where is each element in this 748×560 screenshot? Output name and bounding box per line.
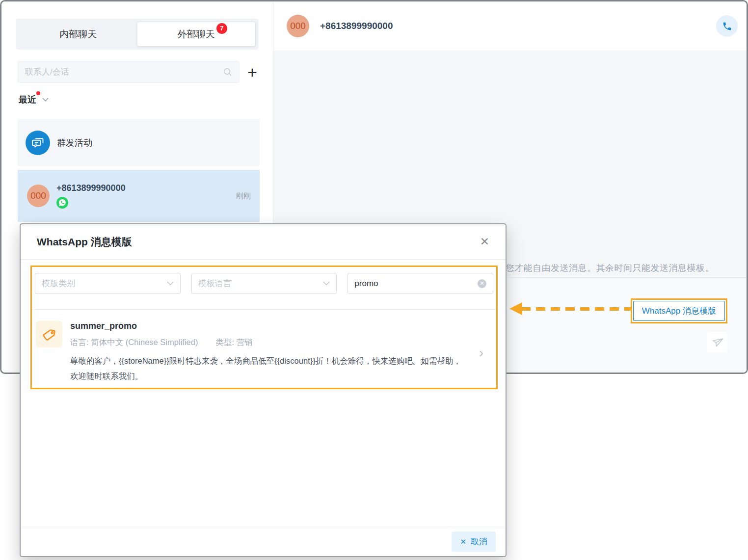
whatsapp-template-modal: WhatsApp 消息模版 ✕ 模版类别 模板语言 promo <box>20 223 507 557</box>
template-meta: 语言: 简体中文 (Chinese Simplified) 类型: 营销 <box>70 337 463 348</box>
clear-search-icon[interactable]: ✕ <box>478 279 486 288</box>
tab-external-label: 外部聊天 7 <box>178 28 215 41</box>
cancel-label: 取消 <box>471 536 487 547</box>
tag-icon <box>36 321 62 347</box>
cancel-x-icon: ✕ <box>460 537 466 546</box>
template-body-text: 尊敬的客户，{{storeName}}限时特惠来袭，全场商品低至{{discou… <box>70 353 463 383</box>
search-icon <box>223 67 232 77</box>
highlighted-filter-area: 模版类别 模板语言 promo ✕ <box>30 266 498 389</box>
category-placeholder: 模版类别 <box>42 278 75 289</box>
recent-label: 最近 <box>19 94 36 106</box>
tab-internal-label: 内部聊天 <box>59 28 97 41</box>
screen: 内部聊天 外部聊天 7 联系人/会话 + <box>0 0 748 560</box>
chevron-down-icon <box>42 98 49 102</box>
template-details: summer_promo 语言: 简体中文 (Chinese Simplifie… <box>70 321 463 383</box>
contact-avatar: 000 <box>27 185 50 207</box>
close-icon[interactable]: ✕ <box>480 236 489 247</box>
tab-external-chat[interactable]: 外部聊天 7 <box>137 22 256 46</box>
contact-search-input[interactable]: 联系人/会话 <box>18 61 240 83</box>
campaign-bubbles-icon <box>26 131 50 155</box>
template-language-select[interactable]: 模板语言 <box>191 273 337 294</box>
chat-item-contact[interactable]: 000 +8613899990000 刚刚 <box>18 170 260 222</box>
send-plane-icon <box>710 335 724 349</box>
chat-item-name: 群发活动 <box>57 137 92 149</box>
language-placeholder: 模板语言 <box>198 278 232 289</box>
contact-avatar: 000 <box>287 15 309 37</box>
chat-list: 群发活动 000 +8613899990000 刚刚 <box>18 119 260 222</box>
contact-info: +8613899990000 <box>56 183 126 209</box>
template-list-item[interactable]: summer_promo 语言: 简体中文 (Chinese Simplifie… <box>32 310 496 383</box>
tab-internal-chat[interactable]: 内部聊天 <box>19 22 137 46</box>
send-button[interactable] <box>707 332 727 352</box>
call-button[interactable] <box>716 15 738 37</box>
chevron-down-icon <box>167 281 174 286</box>
whatsapp-template-button[interactable]: WhatsApp 消息模版 <box>633 301 725 321</box>
chevron-down-icon <box>323 281 330 286</box>
cancel-button[interactable]: ✕ 取消 <box>452 532 496 552</box>
template-language: 语言: 简体中文 (Chinese Simplified) <box>70 337 198 348</box>
chat-tabs: 内部聊天 外部聊天 7 <box>16 19 259 50</box>
modal-header: WhatsApp 消息模版 ✕ <box>21 224 506 260</box>
search-placeholder: 联系人/会话 <box>25 66 69 78</box>
template-name: summer_promo <box>70 321 463 331</box>
template-category-select[interactable]: 模版类别 <box>35 273 181 294</box>
chat-item-timestamp: 刚刚 <box>236 191 251 201</box>
search-value: promo <box>354 279 378 289</box>
modal-footer: ✕ 取消 <box>21 527 506 556</box>
template-filters: 模版类别 模板语言 promo ✕ <box>32 267 496 294</box>
chat-header: 000 +8613899990000 <box>273 1 747 51</box>
session-window-notice: 您才能自由发送消息。其余时间只能发送消息模板。 <box>506 262 715 274</box>
chevron-right-icon: › <box>479 346 483 361</box>
whatsapp-icon <box>56 197 68 209</box>
unread-count-badge: 7 <box>216 23 227 34</box>
search-row: 联系人/会话 + <box>18 61 260 83</box>
chat-item-campaign[interactable]: 群发活动 <box>18 119 260 166</box>
template-type: 类型: 营销 <box>215 337 252 348</box>
chat-item-name: +8613899990000 <box>56 183 126 193</box>
recent-filter[interactable]: 最近 <box>19 94 49 106</box>
highlight-ring: WhatsApp 消息模版 <box>631 298 727 323</box>
red-dot-indicator <box>36 91 40 95</box>
add-chat-button[interactable]: + <box>247 66 257 79</box>
modal-title: WhatsApp 消息模版 <box>37 235 132 249</box>
template-search-input[interactable]: promo ✕ <box>347 273 493 294</box>
contact-phone-number: +8613899990000 <box>320 21 393 31</box>
phone-icon <box>722 21 732 31</box>
